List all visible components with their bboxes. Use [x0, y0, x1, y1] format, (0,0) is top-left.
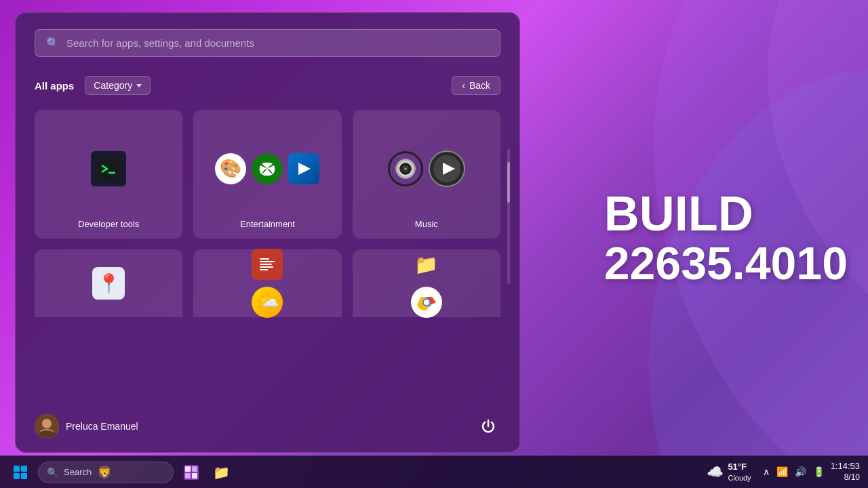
taskbar-file-explorer[interactable]: 📁: [209, 460, 233, 485]
entertainment-icons: 🎨: [215, 123, 319, 214]
groove-music-icon: [388, 151, 423, 186]
chevron-down-icon: [136, 84, 142, 87]
xbox-icon: [252, 153, 283, 184]
svg-rect-38: [185, 473, 191, 479]
search-bar[interactable]: 🔍: [35, 29, 500, 57]
windows-logo-icon: [14, 466, 27, 479]
svg-rect-31: [14, 466, 20, 472]
weather-condition: Cloudy: [728, 473, 751, 483]
app-grid-row1: Developer tools 🎨: [35, 110, 500, 239]
bottom-bar: Preluca Emanuel: [35, 414, 500, 439]
entertainment-label: Entertainment: [240, 219, 295, 229]
svg-rect-20: [260, 264, 272, 265]
header-row: All apps Category ‹ Back: [35, 76, 500, 95]
lion-icon: 🦁: [97, 465, 112, 480]
svg-rect-36: [185, 466, 191, 472]
app-grid-row2: 📍 🌤️: [35, 249, 500, 317]
category-button[interactable]: Category: [85, 76, 151, 95]
weather-temp: 51°F: [728, 462, 751, 473]
weather-text: 51°F Cloudy: [728, 462, 751, 483]
user-name: Preluca Emanuel: [66, 421, 138, 432]
app-card-entertainment[interactable]: 🎨: [193, 110, 341, 239]
user-info[interactable]: Preluca Emanuel: [35, 414, 138, 439]
svg-rect-22: [260, 269, 268, 270]
svg-rect-39: [192, 473, 197, 479]
volume-icon[interactable]: 🔊: [793, 465, 808, 479]
power-button[interactable]: [476, 414, 500, 439]
search-input[interactable]: [66, 37, 489, 49]
weather-icon: ☁️: [707, 464, 724, 480]
taskbar-search-icon: 🔍: [47, 467, 58, 478]
scrollbar[interactable]: [507, 148, 510, 284]
developer-tools-icons: [91, 123, 126, 214]
search-icon: 🔍: [46, 37, 60, 49]
widgets-button[interactable]: [179, 460, 203, 485]
system-tray: ∧ 📶 🔊 🔋: [761, 465, 827, 479]
movies-icon: [288, 153, 319, 184]
svg-rect-34: [21, 473, 27, 479]
svg-rect-33: [14, 473, 20, 479]
music-player-icon: [429, 150, 465, 187]
all-apps-label: All apps: [35, 80, 74, 92]
app-card-developer-tools[interactable]: Developer tools: [35, 110, 182, 239]
wifi-icon[interactable]: 📶: [774, 465, 790, 479]
music-icons: [388, 123, 465, 214]
battery-icon[interactable]: 🔋: [811, 465, 827, 479]
chevron-up-icon[interactable]: ∧: [761, 465, 772, 479]
clock-date: 8/10: [831, 472, 860, 483]
svg-rect-18: [260, 258, 269, 260]
news-icon: [252, 249, 283, 280]
svg-point-26: [424, 300, 429, 305]
taskbar-left: 🔍 Search 🦁 📁: [8, 460, 233, 485]
header-left: All apps Category: [35, 76, 151, 95]
avatar: [35, 414, 59, 439]
svg-rect-21: [260, 266, 273, 268]
build-overlay: BUILD 22635.4010: [604, 189, 848, 289]
developer-tools-label: Developer tools: [78, 219, 139, 229]
msn-weather-icon: 🌤️: [252, 287, 283, 318]
file-explorer-icon: 📁: [411, 249, 442, 280]
paint-icon: 🎨: [215, 153, 246, 184]
build-number: 22635.4010: [604, 238, 848, 289]
app-card-navigation[interactable]: 📍: [35, 249, 182, 317]
taskbar-right: ☁️ 51°F Cloudy ∧ 📶 🔊 🔋 1:14:53 8/10: [707, 461, 860, 483]
back-chevron-icon: ‹: [462, 80, 465, 91]
music-label: Music: [415, 219, 438, 229]
build-label: BUILD: [604, 189, 848, 238]
clock-time: 1:14:53: [831, 461, 860, 472]
svg-point-28: [42, 419, 52, 428]
svg-rect-32: [21, 466, 27, 472]
svg-rect-37: [192, 466, 197, 472]
start-button[interactable]: [8, 460, 33, 485]
svg-rect-19: [260, 261, 275, 262]
app-card-productivity[interactable]: 📁: [353, 249, 500, 317]
taskbar-search-text: Search: [64, 467, 92, 477]
svg-rect-3: [98, 158, 119, 180]
taskbar: 🔍 Search 🦁 📁: [0, 455, 868, 488]
weather-widget[interactable]: ☁️ 51°F Cloudy: [707, 462, 751, 483]
app-card-music[interactable]: Music: [353, 110, 500, 239]
app-card-news[interactable]: 🌤️: [193, 249, 341, 317]
clock[interactable]: 1:14:53 8/10: [831, 461, 860, 483]
taskbar-search[interactable]: 🔍 Search 🦁: [38, 462, 174, 483]
maps-icon: 📍: [92, 267, 125, 300]
back-button[interactable]: ‹ Back: [452, 76, 500, 95]
terminal-icon: [91, 151, 126, 186]
chrome-icon: [411, 287, 442, 318]
start-menu: 🔍 All apps Category ‹ Back: [15, 12, 520, 453]
scrollbar-thumb: [507, 162, 510, 203]
